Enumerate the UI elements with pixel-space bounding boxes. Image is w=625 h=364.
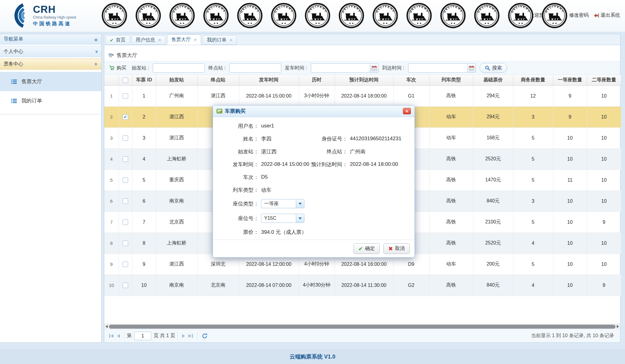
cell-second-seats: 10 xyxy=(587,106,621,127)
row-checkbox-cell[interactable] xyxy=(119,106,132,127)
row-checkbox[interactable] xyxy=(123,262,128,267)
sidebar-item-ticket-hall[interactable]: 售票大厅 xyxy=(0,72,101,91)
cell-first-seats: 10 xyxy=(553,254,587,275)
prev-page-button[interactable] xyxy=(115,332,122,340)
select-all-checkbox[interactable] xyxy=(123,77,128,83)
tab-home[interactable]: ✔ 首页 xyxy=(106,35,130,45)
row-checkbox-cell[interactable] xyxy=(119,254,132,275)
column-header[interactable]: 车票 ID xyxy=(132,75,156,85)
table-row[interactable]: 1 1 广州南 湛江西 2022-08-14 15:00:00 3小时0分钟 2… xyxy=(104,85,621,106)
column-header[interactable]: 预计到达时间 xyxy=(335,75,393,85)
row-number: 1 xyxy=(104,85,119,106)
scroll-left-icon[interactable] xyxy=(106,325,108,328)
row-number: 2 xyxy=(104,106,119,127)
column-header[interactable]: 历时 xyxy=(299,75,335,85)
row-checkbox-cell[interactable] xyxy=(119,170,132,191)
first-page-button[interactable] xyxy=(107,332,115,340)
refresh-icon xyxy=(202,333,208,339)
row-checkbox-cell[interactable] xyxy=(119,127,132,148)
tab-user-info[interactable]: 用户信息 × xyxy=(131,35,166,45)
column-header[interactable]: 车次 xyxy=(393,75,429,85)
accordion-personal-center[interactable]: 个人中心 « xyxy=(0,46,101,57)
close-icon[interactable]: × xyxy=(229,37,232,43)
seat-no-select[interactable]: Y15C xyxy=(261,214,304,223)
close-icon[interactable]: × xyxy=(158,37,161,43)
tab-my-orders[interactable]: 我的订单 × xyxy=(203,35,237,45)
row-checkbox-cell[interactable] xyxy=(119,233,132,254)
cancel-button[interactable]: ✖ 取消 xyxy=(383,243,410,254)
search-button[interactable]: 搜索 xyxy=(480,63,507,73)
tab-ticket-hall[interactable]: 售票大厅 × xyxy=(167,34,201,45)
select-all-header[interactable] xyxy=(119,75,132,85)
row-checkbox-cell[interactable] xyxy=(119,191,132,212)
cell-business-seats: 5 xyxy=(513,254,553,275)
row-checkbox[interactable] xyxy=(123,93,128,99)
column-header[interactable]: 列车类型 xyxy=(429,75,473,85)
svg-text:★ ★: ★ ★ xyxy=(451,22,456,25)
column-header[interactable]: 一等座数量 xyxy=(553,75,587,85)
cell-ticket-id: 7 xyxy=(132,212,156,233)
arrive-time-input[interactable] xyxy=(408,63,467,73)
row-checkbox[interactable] xyxy=(123,135,128,141)
refresh-button[interactable] xyxy=(200,331,210,341)
end-station-input[interactable] xyxy=(229,63,281,73)
chevron-down-icon[interactable] xyxy=(296,214,304,223)
confirm-button[interactable]: ✔ 确定 xyxy=(354,243,380,254)
row-checkbox[interactable] xyxy=(123,177,128,183)
calendar-icon[interactable] xyxy=(467,63,476,73)
row-checkbox-cell[interactable] xyxy=(119,275,132,296)
cell-business-seats: 5 xyxy=(513,127,553,148)
svg-text:★ ★: ★ ★ xyxy=(552,22,557,25)
scroll-right-icon[interactable] xyxy=(617,325,619,328)
row-number: 7 xyxy=(104,212,119,233)
next-page-button[interactable] xyxy=(180,332,187,340)
row-checkbox-cell[interactable] xyxy=(119,212,132,233)
column-header[interactable]: 始发站 xyxy=(156,75,197,85)
cell-start-station: 湛江西 xyxy=(156,106,197,127)
row-checkbox[interactable] xyxy=(123,219,128,225)
sidebar-item-my-orders[interactable]: 我的订单 xyxy=(0,91,101,110)
row-checkbox[interactable] xyxy=(123,198,128,204)
arrive-time-value: 2022-08-14 18:00:00 xyxy=(350,161,398,167)
page-number-input[interactable] xyxy=(134,332,151,340)
brand-name: CRH xyxy=(33,4,76,14)
accordion-ticket-center[interactable]: 票务中心 « xyxy=(0,59,101,70)
calendar-icon[interactable] xyxy=(370,63,379,73)
row-checkbox[interactable] xyxy=(123,114,128,120)
logout-icon xyxy=(594,13,599,18)
collapse-sidebar-icon[interactable]: « xyxy=(94,36,98,42)
table-row[interactable]: 10 10 南京南 北京南 2022-08-14 07:00:00 4小时30分… xyxy=(104,275,621,296)
scrollbar-thumb[interactable] xyxy=(109,325,616,329)
seat-type-select[interactable]: 一等座 xyxy=(261,199,304,208)
column-header[interactable]: 发车时间 xyxy=(239,75,299,85)
cell-base-price: 2100元 xyxy=(473,212,513,233)
last-page-button[interactable] xyxy=(187,332,195,340)
horizontal-scrollbar[interactable] xyxy=(104,324,620,329)
start-station-input[interactable] xyxy=(153,63,205,73)
row-checkbox-cell[interactable] xyxy=(119,85,132,106)
row-number: 5 xyxy=(104,170,119,191)
column-header[interactable]: 二等座数量 xyxy=(587,75,621,85)
chevron-double-down-icon[interactable]: « xyxy=(94,50,99,53)
sidebar-title-bar: 导航菜单 « xyxy=(0,34,101,45)
train-delivery-badge: DELIVERY ★ ★ xyxy=(542,3,567,28)
row-number: 10 xyxy=(104,275,119,296)
footer-text: 云端购票系统 V1.0 xyxy=(289,353,335,360)
close-icon[interactable]: × xyxy=(194,37,197,43)
row-checkbox[interactable] xyxy=(123,283,128,288)
row-checkbox[interactable] xyxy=(123,241,128,246)
close-icon[interactable]: × xyxy=(403,108,411,114)
depart-time-input[interactable] xyxy=(311,63,370,73)
row-checkbox-cell[interactable] xyxy=(119,148,132,170)
svg-text:★ ★: ★ ★ xyxy=(383,22,388,25)
dialog-title-bar[interactable]: 车票购买 × xyxy=(213,105,415,117)
row-checkbox[interactable] xyxy=(123,156,128,162)
chevron-down-icon[interactable] xyxy=(296,199,304,208)
cell-second-seats: 10 xyxy=(587,85,621,106)
chevron-double-up-icon[interactable]: « xyxy=(94,62,99,65)
logout-link[interactable]: 退出系统 xyxy=(594,12,620,19)
column-header[interactable]: 商务座数量 xyxy=(513,75,553,85)
buy-button[interactable]: 购买 xyxy=(107,64,128,73)
column-header[interactable]: 基础票价 xyxy=(473,75,513,85)
column-header[interactable]: 终点站 xyxy=(197,75,239,85)
